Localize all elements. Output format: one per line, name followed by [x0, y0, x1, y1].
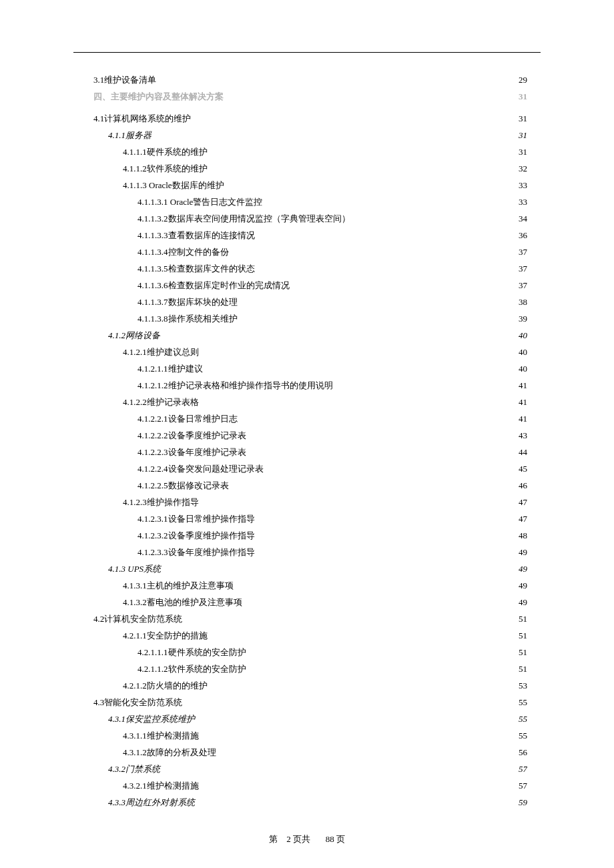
toc-entry-page: 33 [519, 179, 527, 193]
toc-entry-page: 56 [519, 746, 527, 760]
toc-entry-title: 4.1.1服务器 [108, 129, 151, 143]
toc-entry-title: 4.3.2门禁系统 [108, 763, 160, 777]
toc-entry[interactable]: 4.1.2.1.2维护记录表格和维护操作指导书的使用说明 41 [93, 379, 527, 396]
toc-entry[interactable]: 4.1.1.3.1 Oracle警告日志文件监控 33 [93, 195, 527, 212]
toc-entry-page: 40 [519, 362, 527, 376]
toc-entry-title: 4.1.2.2.4设备突发问题处理记录表 [137, 462, 264, 476]
toc-entry-title: 4.1.2.3.1设备日常维护操作指导 [137, 512, 255, 526]
toc-entry[interactable]: 3.1维护设备清单 29 [93, 73, 527, 90]
toc-entry[interactable]: 4.1.2.3.3设备年度维护操作指导 49 [93, 546, 527, 562]
toc-entry-title: 4.2.1.1.2软件系统的安全防护 [137, 663, 246, 677]
toc-entry[interactable]: 4.3智能化安全防范系统 55 [93, 696, 527, 713]
toc-entry-title: 4.1.2.2维护记录表格 [123, 396, 199, 410]
toc-entry-page: 48 [519, 529, 527, 543]
toc-entry[interactable]: 4.1.2.2.2设备季度维护记录表 43 [93, 429, 527, 446]
toc-entry-title: 4.3.1保安监控系统维护 [108, 713, 195, 727]
toc-entry-page: 41 [519, 412, 527, 426]
toc-entry[interactable]: 4.2.1.1.1硬件系统的安全防护 51 [93, 646, 527, 663]
toc-entry-page: 51 [519, 663, 527, 677]
toc-entry-page: 51 [519, 612, 527, 626]
toc-entry-title: 4.1.2.1.1维护建议 [137, 362, 203, 376]
toc-entry[interactable]: 4.3.1保安监控系统维护 55 [93, 713, 527, 729]
toc-entry[interactable]: 4.1.1.3.8操作系统相关维护 39 [93, 312, 527, 329]
toc-entry-page: 49 [519, 546, 527, 560]
toc-entry-page: 41 [519, 396, 527, 410]
toc-entry[interactable]: 4.1.1.3.2数据库表空间使用情况监控（字典管理表空间） 34 [93, 212, 527, 229]
toc-entry-page: 47 [519, 512, 527, 526]
document-page: 3.1维护设备清单 29四、主要维护内容及整体解决方案 314.1计算机网络系统… [0, 0, 614, 868]
toc-entry[interactable]: 4.1.1.3.7数据库坏块的处理 38 [93, 296, 527, 312]
toc-entry[interactable]: 4.1.2.3.2设备季度维护操作指导 48 [93, 529, 527, 546]
toc-entry-title: 4.1.2.2.1设备日常维护日志 [137, 412, 238, 426]
toc-entry-page: 31 [519, 112, 527, 126]
toc-entry-title: 4.1.2.2.3设备年度维护记录表 [137, 446, 246, 460]
toc-entry-title: 4.1.2.2.2设备季度维护记录表 [137, 429, 246, 443]
toc-entry[interactable]: 4.1.2.3维护操作指导 47 [93, 496, 527, 512]
toc-entry[interactable]: 4.3.2.1维护检测措施 57 [93, 779, 527, 796]
toc-entry-title: 4.1.3.2蓄电池的维护及注意事项 [123, 596, 242, 610]
toc-entry-page: 59 [519, 796, 527, 810]
toc-entry-title: 4.1.2.3.2设备季度维护操作指导 [137, 529, 255, 543]
toc-entry-page: 43 [519, 429, 527, 443]
toc-entry-page: 51 [519, 629, 527, 643]
toc-entry[interactable]: 4.1.2.2.5数据修改记录表 46 [93, 479, 527, 496]
toc-entry[interactable]: 4.3.1.1维护检测措施 55 [93, 729, 527, 746]
toc-entry[interactable]: 4.2.1.1安全防护的措施 51 [93, 629, 527, 646]
toc-entry-title: 四、主要维护内容及整体解决方案 [93, 90, 224, 104]
toc-entry[interactable]: 4.3.2门禁系统 57 [93, 763, 527, 779]
toc-entry[interactable]: 4.1.2网络设备 40 [93, 329, 527, 346]
toc-entry-page: 57 [519, 763, 527, 777]
toc-entry[interactable]: 4.1.1.3.5检查数据库文件的状态 37 [93, 262, 527, 279]
toc-entry[interactable]: 4.1.1.3.6检查数据库定时作业的完成情况 37 [93, 279, 527, 296]
toc-entry-title: 3.1维护设备清单 [93, 73, 156, 87]
toc-entry-title: 4.2计算机安全防范系统 [93, 612, 182, 626]
toc-entry[interactable]: 4.1计算机网络系统的维护 31 [93, 112, 527, 129]
toc-entry-title: 4.1.1.3.5检查数据库文件的状态 [137, 262, 255, 276]
toc-entry-page: 37 [519, 246, 527, 260]
toc-entry[interactable]: 4.1.2.1.1维护建议 40 [93, 362, 527, 379]
toc-entry-page: 47 [519, 496, 527, 510]
toc-entry[interactable]: 4.1.2.2维护记录表格 41 [93, 396, 527, 412]
toc-entry-page: 29 [519, 73, 527, 87]
toc-entry[interactable]: 四、主要维护内容及整体解决方案 31 [93, 90, 527, 107]
toc-entry-title: 4.3.1.1维护检测措施 [123, 729, 199, 743]
toc-entry[interactable]: 4.1.2.2.3设备年度维护记录表 44 [93, 446, 527, 462]
toc-entry-title: 4.3.1.2故障的分析及处理 [123, 746, 216, 760]
toc-entry-title: 4.1.1.3.1 Oracle警告日志文件监控 [137, 195, 262, 209]
toc-entry[interactable]: 4.1.2.2.1设备日常维护日志 41 [93, 412, 527, 429]
toc-entry-page: 44 [519, 446, 527, 460]
toc-entry-title: 4.1.1.3.8操作系统相关维护 [137, 312, 238, 326]
toc-entry[interactable]: 4.2计算机安全防范系统 51 [93, 612, 527, 629]
toc-entry[interactable]: 4.1.1服务器 31 [93, 129, 527, 145]
toc-entry[interactable]: 4.1.3.1主机的维护及注意事项 49 [93, 579, 527, 596]
table-of-contents: 3.1维护设备清单 29四、主要维护内容及整体解决方案 314.1计算机网络系统… [93, 73, 527, 813]
toc-entry[interactable]: 4.1.2.1维护建议总则 40 [93, 346, 527, 362]
toc-entry-page: 39 [519, 312, 527, 326]
toc-entry[interactable]: 4.1.1.3.3查看数据库的连接情况 36 [93, 229, 527, 246]
toc-entry-title: 4.1.2网络设备 [108, 329, 160, 343]
toc-entry[interactable]: 4.1.1.1硬件系统的维护 31 [93, 145, 527, 162]
toc-entry-title: 4.1.1.2软件系统的维护 [123, 162, 208, 176]
footer-prefix: 第 [269, 834, 278, 844]
toc-entry-page: 55 [519, 713, 527, 727]
toc-entry-page: 37 [519, 262, 527, 276]
toc-entry-title: 4.1.3 UPS系统 [108, 562, 161, 576]
toc-entry-title: 4.1.2.1.2维护记录表格和维护操作指导书的使用说明 [137, 379, 333, 393]
toc-entry-page: 51 [519, 646, 527, 660]
toc-entry[interactable]: 4.2.1.1.2软件系统的安全防护 51 [93, 663, 527, 679]
toc-entry[interactable]: 4.1.3 UPS系统 49 [93, 562, 527, 579]
toc-entry[interactable]: 4.1.2.3.1设备日常维护操作指导 47 [93, 512, 527, 529]
toc-entry[interactable]: 4.1.1.3.4控制文件的备份 37 [93, 246, 527, 262]
toc-entry-title: 4.1.2.3.3设备年度维护操作指导 [137, 546, 255, 560]
toc-entry-page: 38 [519, 296, 527, 310]
toc-entry[interactable]: 4.1.2.2.4设备突发问题处理记录表 45 [93, 462, 527, 479]
toc-entry[interactable]: 4.1.3.2蓄电池的维护及注意事项 49 [93, 596, 527, 612]
toc-spacer [93, 107, 527, 112]
toc-entry-page: 45 [519, 462, 527, 476]
toc-entry[interactable]: 4.2.1.2防火墙的的维护 53 [93, 679, 527, 696]
toc-entry[interactable]: 4.1.1.3 Oracle数据库的维护 33 [93, 179, 527, 195]
toc-entry[interactable]: 4.3.1.2故障的分析及处理 56 [93, 746, 527, 763]
toc-entry[interactable]: 4.3.3周边红外对射系统 59 [93, 796, 527, 813]
toc-entry-title: 4.1.2.3维护操作指导 [123, 496, 199, 510]
toc-entry[interactable]: 4.1.1.2软件系统的维护 32 [93, 162, 527, 179]
